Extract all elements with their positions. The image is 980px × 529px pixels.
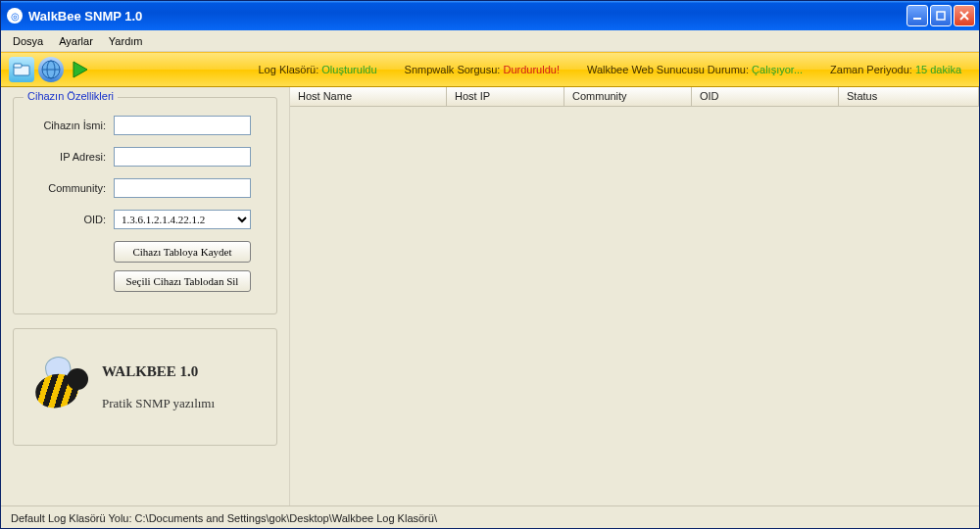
save-row: Cihazı Tabloya Kaydet [114, 241, 263, 263]
status-walk-label: Snmpwalk Sorgusu: [405, 64, 501, 75]
ip-input[interactable] [114, 147, 251, 167]
column-oid[interactable]: OID [692, 87, 839, 106]
status-walk: Snmpwalk Sorgusu: Durduruldu! [405, 64, 560, 75]
status-log: Log Klasörü: Oluşturuldu [258, 64, 376, 75]
status-log-label: Log Klasörü: [258, 64, 318, 75]
brand-title: WALKBEE 1.0 [102, 363, 215, 380]
globe-icon [40, 59, 62, 80]
status-web: Walkbee Web Sunucusu Durumu: Çalışıyor..… [587, 64, 803, 75]
row-ip: IP Adresi: [27, 147, 263, 167]
close-icon [959, 11, 969, 21]
status-period-label: Zaman Periyodu: [830, 64, 912, 75]
toolbar-status: Log Klasörü: Oluşturuldu Snmpwalk Sorgus… [93, 64, 971, 75]
column-hostname[interactable]: Host Name [290, 87, 447, 106]
status-period-value: 15 dakika [915, 64, 961, 75]
delete-device-button[interactable]: Seçili Cihazı Tablodan Sil [114, 270, 251, 292]
device-properties-group: Cihazın Özellikleri Cihazın İsmi: IP Adr… [13, 97, 277, 314]
svg-rect-0 [913, 18, 921, 20]
window-controls [906, 5, 975, 26]
brand-subtitle: Pratik SNMP yazılımı [102, 396, 215, 411]
status-log-value: Oluşturuldu [321, 64, 376, 75]
bee-logo [24, 353, 92, 421]
statusbar-text: Default Log Klasörü Yolu: C:\Documents a… [11, 512, 437, 524]
delete-row: Seçili Cihazı Tablodan Sil [114, 270, 263, 292]
svg-rect-5 [14, 64, 22, 68]
statusbar: Default Log Klasörü Yolu: C:\Documents a… [1, 505, 979, 529]
maximize-button[interactable] [930, 5, 952, 26]
window-title: WalkBee SNMP 1.0 [28, 9, 906, 24]
status-web-value: Çalışıyor... [752, 64, 803, 75]
right-pane: Host Name Host IP Community OID Status [289, 87, 979, 505]
column-status[interactable]: Status [839, 87, 979, 106]
titlebar: ◎ WalkBee SNMP 1.0 [1, 1, 979, 30]
community-input[interactable] [114, 178, 251, 198]
status-web-label: Walkbee Web Sunucusu Durumu: [587, 64, 749, 75]
app-icon: ◎ [7, 8, 23, 24]
minimize-icon [912, 11, 922, 21]
minimize-button[interactable] [906, 5, 928, 26]
play-icon [71, 60, 90, 79]
oid-label: OID: [27, 214, 106, 225]
svg-marker-9 [74, 62, 87, 77]
web-icon[interactable] [38, 57, 64, 82]
left-pane: Cihazın Özellikleri Cihazın İsmi: IP Adr… [1, 87, 289, 505]
oid-select[interactable]: 1.3.6.1.2.1.4.22.1.2 [114, 210, 251, 229]
row-oid: OID: 1.3.6.1.2.1.4.22.1.2 [27, 210, 263, 229]
table-body[interactable] [290, 107, 979, 504]
community-label: Community: [27, 182, 106, 194]
toolbar-icons [9, 57, 93, 82]
save-device-button[interactable]: Cihazı Tabloya Kaydet [114, 241, 251, 263]
ip-label: IP Adresi: [27, 151, 106, 163]
toolbar: Log Klasörü: Oluşturuldu Snmpwalk Sorgus… [1, 52, 979, 87]
column-community[interactable]: Community [564, 87, 692, 106]
menubar: Dosya Ayarlar Yardım [1, 30, 979, 52]
row-device-name: Cihazın İsmi: [27, 116, 263, 135]
group-title: Cihazın Özellikleri [24, 90, 118, 102]
status-period: Zaman Periyodu: 15 dakika [830, 64, 961, 75]
log-folder-icon[interactable] [9, 57, 34, 82]
device-name-input[interactable] [114, 116, 251, 135]
menu-settings[interactable]: Ayarlar [53, 33, 99, 49]
menu-file[interactable]: Dosya [7, 33, 49, 49]
table-header: Host Name Host IP Community OID Status [290, 87, 979, 107]
main-area: Cihazın Özellikleri Cihazın İsmi: IP Adr… [1, 87, 979, 505]
play-button[interactable] [68, 57, 93, 82]
row-community: Community: [27, 178, 263, 198]
svg-rect-1 [937, 12, 945, 20]
folder-icon [13, 62, 30, 77]
status-walk-value: Durduruldu! [503, 64, 559, 75]
menu-help[interactable]: Yardım [103, 33, 149, 49]
column-hostip[interactable]: Host IP [447, 87, 564, 106]
close-button[interactable] [954, 5, 975, 26]
branding-box: WALKBEE 1.0 Pratik SNMP yazılımı [13, 328, 277, 446]
brand-text: WALKBEE 1.0 Pratik SNMP yazılımı [102, 363, 215, 411]
device-name-label: Cihazın İsmi: [27, 120, 106, 131]
maximize-icon [936, 11, 946, 21]
